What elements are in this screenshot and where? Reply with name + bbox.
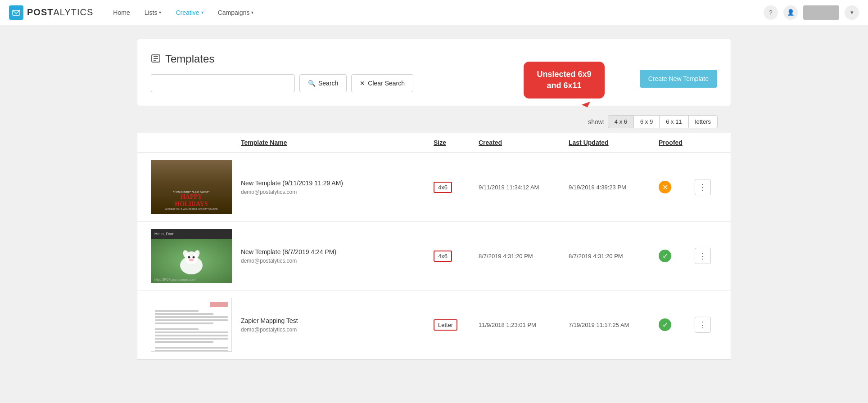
- template-name-3: Zapier Mapping Test: [241, 317, 434, 326]
- size-filter-letters[interactable]: letters: [688, 115, 718, 128]
- size-filter-row: show: 4 x 6 6 x 9 6 x 11 letters: [137, 115, 731, 128]
- create-new-template-button[interactable]: Create New Template: [640, 70, 717, 88]
- letter-line: [155, 316, 228, 318]
- nav-home[interactable]: Home: [107, 5, 136, 20]
- svg-point-11: [189, 259, 194, 261]
- template-size-3: Letter: [434, 319, 479, 331]
- page-title: Templates: [165, 53, 214, 65]
- clear-search-button[interactable]: ✕ Clear Search: [351, 74, 413, 92]
- search-row: 🔍 Search ✕ Clear Search: [151, 74, 717, 92]
- proof-status-1: ✕: [659, 181, 695, 193]
- actions-1: ⋮: [695, 179, 717, 195]
- letter-line: [155, 313, 213, 315]
- svg-point-9: [188, 256, 190, 259]
- template-info-2: New Template (8/7/2019 4:24 PM) demo@pos…: [241, 248, 434, 264]
- nav-links: Home Lists ▾ Creative ▾ Campaigns ▾: [107, 5, 764, 20]
- letter-logo: [210, 302, 228, 307]
- svg-point-10: [193, 256, 195, 259]
- clear-icon: ✕: [360, 80, 365, 87]
- user-icon-button[interactable]: 👤: [783, 5, 798, 20]
- creative-chevron-icon: ▾: [201, 10, 203, 15]
- template-info-1: New Template (9/11/2019 11:29 AM) demo@p…: [241, 179, 434, 196]
- table-header: Template Name Size Created Last Updated …: [137, 133, 731, 153]
- user-account-button[interactable]: [803, 5, 839, 20]
- navbar-right: ? 👤 ▾: [764, 5, 859, 20]
- show-label: show:: [588, 118, 605, 125]
- template-updated-1: 9/19/2019 4:39:23 PM: [569, 184, 659, 191]
- templates-table: Template Name Size Created Last Updated …: [137, 133, 731, 360]
- template-email-3: demo@postalytics.com: [241, 327, 434, 333]
- letter-line: [155, 347, 228, 349]
- letter-line: [155, 322, 213, 324]
- lists-chevron-icon: ▾: [159, 10, 161, 15]
- row-actions-button-2[interactable]: ⋮: [695, 248, 711, 264]
- proof-status-2: ✓: [659, 250, 695, 262]
- col-template-name: Template Name: [241, 139, 434, 146]
- page-title-row: Templates: [151, 53, 717, 65]
- template-email-1: demo@postalytics.com: [241, 189, 434, 195]
- brand-icon: [9, 5, 23, 20]
- actions-3: ⋮: [695, 317, 717, 333]
- help-button[interactable]: ?: [764, 5, 778, 20]
- navbar: POSTALYTICS Home Lists ▾ Creative ▾ Camp…: [0, 0, 868, 25]
- nav-creative[interactable]: Creative ▾: [169, 5, 209, 20]
- proof-warning-icon: ✕: [659, 181, 671, 193]
- col-thumb: [151, 139, 241, 146]
- brand-logo-icon: [12, 9, 20, 17]
- template-name-1: New Template (9/11/2019 11:29 AM): [241, 179, 434, 188]
- template-updated-2: 8/7/2019 4:31:20 PM: [569, 253, 659, 260]
- proof-ok-icon: ✓: [659, 250, 671, 262]
- search-button[interactable]: 🔍 Search: [299, 74, 347, 92]
- actions-2: ⋮: [695, 248, 717, 264]
- nav-lists[interactable]: Lists ▾: [138, 5, 168, 20]
- size-filter-4x6[interactable]: 4 x 6: [608, 115, 634, 128]
- nav-campaigns[interactable]: Campaigns ▾: [212, 5, 260, 20]
- letter-line: [155, 338, 228, 340]
- size-badge-3: Letter: [434, 319, 457, 331]
- template-size-2: 4x6: [434, 251, 479, 262]
- row-actions-button-1[interactable]: ⋮: [695, 179, 711, 195]
- template-thumbnail-dog[interactable]: Hello, Dom http://3PCR.yourdomain.com/: [151, 229, 232, 283]
- letter-line: [155, 310, 199, 312]
- col-size: Size: [434, 139, 479, 146]
- template-name-2: New Template (8/7/2019 4:24 PM): [241, 248, 434, 257]
- dog-image-area: [151, 239, 232, 283]
- template-email-2: demo@postalytics.com: [241, 258, 434, 264]
- page-header-card: Templates 🔍 Search ✕ Clear Search Unslec…: [137, 39, 731, 106]
- template-info-3: Zapier Mapping Test demo@postalytics.com: [241, 317, 434, 333]
- table-row: *First Name* *Last Name* HAPPY HOLIDAYS …: [137, 153, 731, 222]
- brand-name: POSTALYTICS: [27, 7, 93, 18]
- table-row: Zapier Mapping Test demo@postalytics.com…: [137, 291, 731, 359]
- col-last-updated: Last Updated: [569, 139, 659, 146]
- letter-line: [155, 335, 228, 336]
- col-proofed: Proofed: [659, 139, 695, 146]
- col-created: Created: [479, 139, 569, 146]
- templates-icon: [151, 54, 161, 65]
- row-actions-button-3[interactable]: ⋮: [695, 317, 711, 333]
- campaigns-chevron-icon: ▾: [251, 10, 253, 15]
- table-row: Hello, Dom http://3PCR.yourdomain.com/: [137, 222, 731, 291]
- letter-line: [155, 319, 228, 321]
- template-size-1: 4x6: [434, 182, 479, 193]
- template-thumbnail-holiday[interactable]: *First Name* *Last Name* HAPPY HOLIDAYS …: [151, 160, 232, 214]
- letter-line: [155, 350, 228, 352]
- size-badge-2: 4x6: [434, 251, 452, 262]
- col-actions: [695, 139, 717, 146]
- dropdown-arrow-button[interactable]: ▾: [845, 5, 859, 20]
- proof-ok-icon-3: ✓: [659, 318, 671, 331]
- template-created-1: 9/11/2019 11:34:12 AM: [479, 184, 569, 191]
- letter-line: [155, 328, 199, 330]
- callout-tooltip: Unslected 6x9 and 6x11: [524, 62, 605, 99]
- search-icon: 🔍: [308, 80, 316, 87]
- letter-line: [155, 331, 228, 333]
- template-created-2: 8/7/2019 4:31:20 PM: [479, 253, 569, 260]
- main-content: Templates 🔍 Search ✕ Clear Search Unslec…: [119, 25, 749, 373]
- proof-status-3: ✓: [659, 318, 695, 331]
- size-filter-6x11[interactable]: 6 x 11: [659, 115, 688, 128]
- brand: POSTALYTICS: [9, 5, 93, 20]
- template-thumbnail-letter[interactable]: [151, 298, 232, 352]
- search-input[interactable]: [151, 74, 295, 92]
- template-updated-3: 7/19/2019 11:17:25 AM: [569, 322, 659, 328]
- letter-line: [155, 341, 213, 343]
- size-filter-6x9[interactable]: 6 x 9: [633, 115, 660, 128]
